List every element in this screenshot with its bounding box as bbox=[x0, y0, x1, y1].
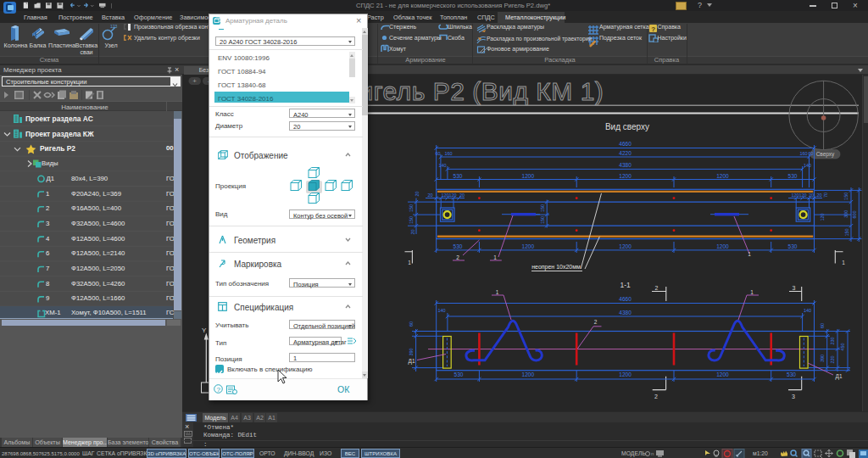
svg-text:4660: 4660 bbox=[619, 141, 632, 147]
svg-text:120: 120 bbox=[448, 193, 456, 198]
svg-text:20: 20 bbox=[415, 191, 420, 196]
svg-text:70: 70 bbox=[823, 193, 828, 198]
svg-text:140: 140 bbox=[437, 308, 445, 313]
svg-text:60: 60 bbox=[808, 151, 813, 156]
svg-text:n: n bbox=[651, 451, 654, 456]
svg-text:220: 220 bbox=[830, 355, 835, 363]
svg-text:4220: 4220 bbox=[619, 150, 632, 156]
svg-text:4660: 4660 bbox=[619, 296, 632, 302]
svg-text:1: 1 bbox=[842, 260, 845, 265]
svg-text:150: 150 bbox=[844, 228, 849, 236]
svg-text:1200: 1200 bbox=[522, 371, 535, 377]
svg-text:120: 120 bbox=[798, 193, 806, 198]
svg-text:20: 20 bbox=[459, 193, 465, 198]
svg-text:600: 600 bbox=[852, 210, 857, 218]
svg-text:150: 150 bbox=[409, 204, 414, 212]
svg-text:123: 123 bbox=[110, 24, 118, 29]
svg-text:160: 160 bbox=[444, 151, 452, 156]
svg-text:390: 390 bbox=[820, 355, 825, 362]
svg-text:60: 60 bbox=[409, 321, 414, 327]
svg-text:530: 530 bbox=[788, 243, 798, 249]
svg-text:120: 120 bbox=[791, 193, 798, 198]
svg-text:530: 530 bbox=[453, 173, 463, 179]
svg-text:1200: 1200 bbox=[716, 243, 729, 249]
svg-text:Вид сверху: Вид сверху bbox=[605, 122, 649, 131]
svg-text:?: ? bbox=[217, 386, 221, 394]
svg-text:20: 20 bbox=[410, 229, 415, 234]
svg-text:140: 140 bbox=[438, 163, 446, 168]
svg-text:2: 2 bbox=[456, 254, 459, 260]
svg-text:150: 150 bbox=[540, 216, 545, 224]
svg-text:?: ? bbox=[651, 25, 655, 33]
svg-text:150: 150 bbox=[409, 216, 414, 224]
svg-text:+: + bbox=[192, 77, 197, 85]
svg-text:20: 20 bbox=[816, 193, 821, 198]
svg-text:1: 1 bbox=[748, 251, 751, 257]
svg-text:530: 530 bbox=[454, 371, 464, 377]
svg-text:150: 150 bbox=[540, 204, 545, 212]
svg-text:1: 1 bbox=[750, 289, 754, 295]
svg-text:1: 1 bbox=[493, 254, 497, 260]
svg-text:1200: 1200 bbox=[522, 173, 535, 179]
svg-text:20: 20 bbox=[427, 193, 432, 198]
svg-text:4380: 4380 bbox=[619, 162, 632, 168]
svg-text:530: 530 bbox=[788, 173, 798, 179]
svg-text:2: 2 bbox=[594, 319, 598, 325]
svg-text:120: 120 bbox=[441, 193, 448, 198]
svg-text:Д1: Д1 bbox=[408, 358, 415, 365]
svg-text:300: 300 bbox=[844, 210, 849, 218]
svg-text:2: 2 bbox=[655, 285, 659, 291]
svg-text:Д1: Д1 bbox=[835, 373, 842, 380]
svg-text:160: 160 bbox=[799, 151, 807, 156]
svg-text:1200: 1200 bbox=[716, 371, 729, 377]
svg-text:530: 530 bbox=[787, 371, 796, 377]
svg-text:530: 530 bbox=[453, 243, 463, 249]
svg-text:390: 390 bbox=[409, 348, 414, 355]
svg-text:1-1: 1-1 bbox=[620, 281, 631, 289]
svg-text:20: 20 bbox=[809, 193, 814, 198]
svg-text:3: 3 bbox=[793, 285, 796, 291]
svg-text:1: 1 bbox=[496, 289, 499, 295]
svg-text:60: 60 bbox=[435, 151, 440, 156]
svg-text:1200: 1200 bbox=[619, 173, 632, 179]
svg-text:2: 2 bbox=[654, 394, 658, 399]
svg-text:1200: 1200 bbox=[619, 371, 632, 377]
svg-text:140: 140 bbox=[804, 308, 811, 313]
svg-text:Ригель Р2 (Вид КМ 1): Ригель Р2 (Вид КМ 1) bbox=[342, 77, 604, 105]
svg-text:1200: 1200 bbox=[619, 243, 632, 249]
svg-text:1: 1 bbox=[408, 260, 411, 265]
svg-text:Сверху: Сверху bbox=[816, 151, 835, 158]
svg-text:3: 3 bbox=[792, 394, 795, 399]
svg-text:60: 60 bbox=[820, 323, 825, 328]
svg-text:1200: 1200 bbox=[716, 173, 729, 179]
svg-text:1200: 1200 bbox=[522, 243, 535, 249]
svg-text:4380: 4380 bbox=[619, 310, 632, 316]
svg-text:неопрен 10х20мм: неопрен 10х20мм bbox=[531, 264, 581, 271]
svg-text:230: 230 bbox=[830, 337, 835, 344]
svg-text:120: 120 bbox=[820, 213, 825, 221]
svg-text:140: 140 bbox=[804, 163, 811, 168]
svg-text:150: 150 bbox=[844, 193, 849, 200]
svg-text:Y: Y bbox=[202, 327, 207, 334]
svg-text:450: 450 bbox=[840, 343, 845, 350]
